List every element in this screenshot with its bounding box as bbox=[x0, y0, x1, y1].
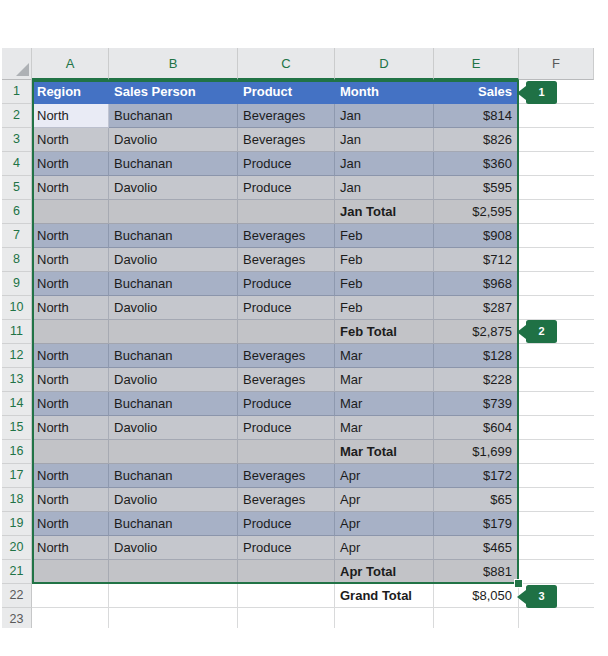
cell-E19[interactable]: $179 bbox=[434, 512, 519, 536]
cell-C23[interactable] bbox=[238, 608, 335, 628]
cell-D11[interactable]: Feb Total bbox=[335, 320, 434, 344]
column-header-e[interactable]: E bbox=[434, 48, 519, 80]
cell-A21[interactable] bbox=[32, 560, 109, 584]
cell-D3[interactable]: Jan bbox=[335, 128, 434, 152]
cell-C12[interactable]: Beverages bbox=[238, 344, 335, 368]
row-header-9[interactable]: 9 bbox=[2, 272, 32, 296]
row-header-16[interactable]: 16 bbox=[2, 440, 32, 464]
row-header-2[interactable]: 2 bbox=[2, 104, 32, 128]
cell-F23[interactable] bbox=[519, 608, 594, 628]
cell-F8[interactable] bbox=[519, 248, 594, 272]
cell-A8[interactable]: North bbox=[32, 248, 109, 272]
cell-D1[interactable]: Month bbox=[335, 80, 434, 104]
cell-C21[interactable] bbox=[238, 560, 335, 584]
cell-B16[interactable] bbox=[109, 440, 238, 464]
cell-A11[interactable] bbox=[32, 320, 109, 344]
column-header-c[interactable]: C bbox=[238, 48, 335, 80]
cell-A20[interactable]: North bbox=[32, 536, 109, 560]
cell-B10[interactable]: Davolio bbox=[109, 296, 238, 320]
cell-C20[interactable]: Produce bbox=[238, 536, 335, 560]
cell-F5[interactable] bbox=[519, 176, 594, 200]
cell-F6[interactable] bbox=[519, 200, 594, 224]
cell-A13[interactable]: North bbox=[32, 368, 109, 392]
column-header-d[interactable]: D bbox=[335, 48, 434, 80]
row-header-21[interactable]: 21 bbox=[2, 560, 32, 584]
cell-B4[interactable]: Buchanan bbox=[109, 152, 238, 176]
row-header-10[interactable]: 10 bbox=[2, 296, 32, 320]
cell-C14[interactable]: Produce bbox=[238, 392, 335, 416]
cell-F10[interactable] bbox=[519, 296, 594, 320]
cell-F17[interactable] bbox=[519, 464, 594, 488]
cell-F4[interactable] bbox=[519, 152, 594, 176]
cell-A18[interactable]: North bbox=[32, 488, 109, 512]
cell-C8[interactable]: Beverages bbox=[238, 248, 335, 272]
cell-D7[interactable]: Feb bbox=[335, 224, 434, 248]
row-header-3[interactable]: 3 bbox=[2, 128, 32, 152]
cell-F15[interactable] bbox=[519, 416, 594, 440]
cell-C6[interactable] bbox=[238, 200, 335, 224]
cell-A6[interactable] bbox=[32, 200, 109, 224]
cell-A12[interactable]: North bbox=[32, 344, 109, 368]
cell-E21[interactable]: $881 bbox=[434, 560, 519, 584]
cell-A7[interactable]: North bbox=[32, 224, 109, 248]
cell-A1[interactable]: Region bbox=[32, 80, 109, 104]
cell-D23[interactable] bbox=[335, 608, 434, 628]
cell-C2[interactable]: Beverages bbox=[238, 104, 335, 128]
cell-D13[interactable]: Mar bbox=[335, 368, 434, 392]
cell-C17[interactable]: Beverages bbox=[238, 464, 335, 488]
cell-A3[interactable]: North bbox=[32, 128, 109, 152]
cell-F20[interactable] bbox=[519, 536, 594, 560]
cell-D22[interactable]: Grand Total bbox=[335, 584, 434, 608]
cell-E4[interactable]: $360 bbox=[434, 152, 519, 176]
row-header-7[interactable]: 7 bbox=[2, 224, 32, 248]
cell-D19[interactable]: Apr bbox=[335, 512, 434, 536]
cell-A22[interactable] bbox=[32, 584, 109, 608]
row-header-4[interactable]: 4 bbox=[2, 152, 32, 176]
cell-F9[interactable] bbox=[519, 272, 594, 296]
row-header-5[interactable]: 5 bbox=[2, 176, 32, 200]
column-header-a[interactable]: A bbox=[32, 48, 109, 80]
cell-B22[interactable] bbox=[109, 584, 238, 608]
cell-B14[interactable]: Buchanan bbox=[109, 392, 238, 416]
cell-D10[interactable]: Feb bbox=[335, 296, 434, 320]
cell-D16[interactable]: Mar Total bbox=[335, 440, 434, 464]
cell-A14[interactable]: North bbox=[32, 392, 109, 416]
cell-C4[interactable]: Produce bbox=[238, 152, 335, 176]
cell-D15[interactable]: Mar bbox=[335, 416, 434, 440]
cell-D5[interactable]: Jan bbox=[335, 176, 434, 200]
cell-C7[interactable]: Beverages bbox=[238, 224, 335, 248]
cell-F13[interactable] bbox=[519, 368, 594, 392]
row-header-22[interactable]: 22 bbox=[2, 584, 32, 608]
cell-E5[interactable]: $595 bbox=[434, 176, 519, 200]
cell-B18[interactable]: Davolio bbox=[109, 488, 238, 512]
cell-B13[interactable]: Davolio bbox=[109, 368, 238, 392]
cell-E15[interactable]: $604 bbox=[434, 416, 519, 440]
cell-D9[interactable]: Feb bbox=[335, 272, 434, 296]
cell-B19[interactable]: Buchanan bbox=[109, 512, 238, 536]
cell-D4[interactable]: Jan bbox=[335, 152, 434, 176]
row-header-13[interactable]: 13 bbox=[2, 368, 32, 392]
cell-D2[interactable]: Jan bbox=[335, 104, 434, 128]
row-header-11[interactable]: 11 bbox=[2, 320, 32, 344]
cell-A2[interactable]: North bbox=[32, 104, 109, 128]
cell-A5[interactable]: North bbox=[32, 176, 109, 200]
cell-C10[interactable]: Produce bbox=[238, 296, 335, 320]
cell-F7[interactable] bbox=[519, 224, 594, 248]
row-header-20[interactable]: 20 bbox=[2, 536, 32, 560]
cell-C11[interactable] bbox=[238, 320, 335, 344]
cell-A9[interactable]: North bbox=[32, 272, 109, 296]
cell-A17[interactable]: North bbox=[32, 464, 109, 488]
cell-F2[interactable] bbox=[519, 104, 594, 128]
cell-E23[interactable] bbox=[434, 608, 519, 628]
cell-A19[interactable]: North bbox=[32, 512, 109, 536]
cell-E9[interactable]: $968 bbox=[434, 272, 519, 296]
column-header-b[interactable]: B bbox=[109, 48, 238, 80]
cell-D17[interactable]: Apr bbox=[335, 464, 434, 488]
cell-A4[interactable]: North bbox=[32, 152, 109, 176]
cell-D20[interactable]: Apr bbox=[335, 536, 434, 560]
cell-C9[interactable]: Produce bbox=[238, 272, 335, 296]
cell-E18[interactable]: $65 bbox=[434, 488, 519, 512]
cell-B3[interactable]: Davolio bbox=[109, 128, 238, 152]
cell-F16[interactable] bbox=[519, 440, 594, 464]
cell-B9[interactable]: Buchanan bbox=[109, 272, 238, 296]
